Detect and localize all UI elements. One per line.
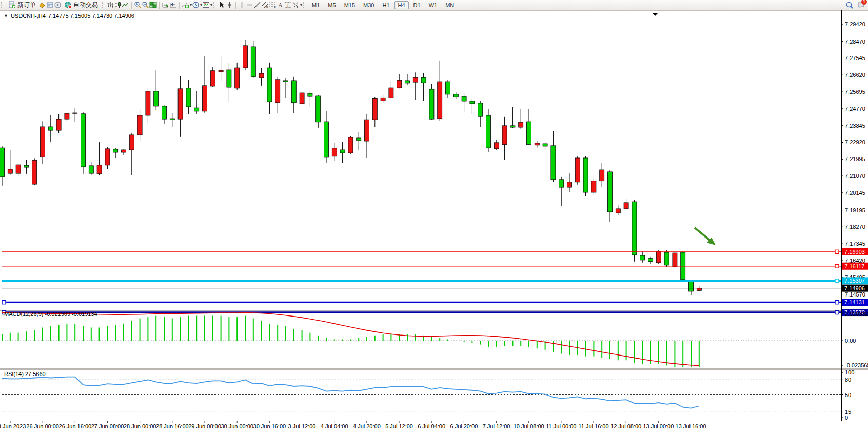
toolbar-separator: [131, 2, 132, 9]
svg-text:50: 50: [845, 392, 851, 398]
text-label-tool-icon[interactable]: T: [284, 1, 292, 9]
timeframe-toolbar: M1M5M15M30H1H4D1W1MN: [308, 2, 458, 9]
chart-shift-icon[interactable]: [169, 1, 177, 9]
chart-symbol-label: USDCNH-,H4: [11, 13, 46, 19]
svg-text:0.020332: 0.020332: [845, 311, 868, 317]
svg-text:T: T: [287, 3, 290, 8]
svg-text:7.21070: 7.21070: [845, 173, 865, 179]
timeframe-button-w1[interactable]: W1: [425, 1, 441, 9]
auto-trading-button[interactable]: 自动交易: [62, 0, 101, 10]
new-order-label: 新订单: [17, 1, 36, 9]
rsi-indicator-label: RSI(14) 27.5660: [4, 371, 46, 377]
vertical-line-tool-icon[interactable]: [238, 1, 246, 9]
horizontal-price-lines[interactable]: [2, 250, 841, 314]
periods-icon[interactable]: [192, 1, 200, 9]
cursor-icon[interactable]: [218, 1, 226, 9]
crosshair-icon[interactable]: [226, 1, 233, 9]
timeframe-button-m30[interactable]: M30: [360, 1, 378, 9]
rsi-pane[interactable]: 1008050150: [2, 369, 854, 421]
svg-text:4 Jul 04:00: 4 Jul 04:00: [321, 423, 348, 429]
zoom-out-icon[interactable]: [142, 1, 149, 9]
timeframe-button-h4[interactable]: H4: [394, 1, 409, 9]
timeframe-button-mn[interactable]: MN: [442, 1, 458, 9]
svg-text:28 Jun 16:00: 28 Jun 16:00: [156, 423, 189, 429]
bar-chart-type-icon[interactable]: [106, 1, 114, 9]
svg-text:7.16903: 7.16903: [844, 249, 865, 255]
svg-text:12 Jul 08:00: 12 Jul 08:00: [610, 423, 641, 429]
chart-canvas[interactable]: 7.294207.284707.275457.266207.256957.247…: [0, 0, 868, 434]
text-tool-icon[interactable]: A: [277, 1, 284, 9]
candlestick-type-icon[interactable]: [114, 1, 122, 9]
annotation-arrow[interactable]: [695, 228, 716, 245]
timeframe-button-m1[interactable]: M1: [308, 1, 323, 9]
search-icon[interactable]: [845, 1, 853, 9]
svg-text:7.14906: 7.14906: [844, 285, 865, 291]
svg-text:7.24770: 7.24770: [845, 106, 865, 112]
navigator-icon[interactable]: [54, 1, 62, 9]
auto-scroll-icon[interactable]: [162, 1, 169, 9]
toolbar-separator: [235, 2, 236, 9]
indicators-icon[interactable]: [182, 1, 189, 9]
macd-pane[interactable]: 0.0203320.00-0.023565: [2, 311, 868, 368]
svg-text:30 Jun 16:00: 30 Jun 16:00: [253, 423, 286, 429]
timeframe-button-m15[interactable]: M15: [341, 1, 359, 9]
timeframe-button-h1[interactable]: H1: [379, 1, 393, 9]
arrows-dropdown-caret[interactable]: ▾: [300, 3, 302, 7]
chart-ohlc-values: 7.14775 7.15005 7.14730 7.14906: [48, 13, 134, 19]
svg-text:-0.023565: -0.023565: [845, 362, 868, 368]
toolbar-grip[interactable]: [213, 2, 217, 8]
toolbar-separator: [179, 2, 180, 9]
svg-text:0.00: 0.00: [845, 338, 856, 344]
price-axis[interactable]: 7.294207.284707.275457.266207.256957.247…: [841, 21, 865, 298]
profile-icon[interactable]: [38, 1, 46, 9]
new-order-button[interactable]: 新订单: [6, 0, 38, 10]
horizontal-line-tool-icon[interactable]: [246, 1, 253, 9]
toolbar-grip[interactable]: [303, 2, 307, 8]
svg-text:4 Jul 20:00: 4 Jul 20:00: [353, 423, 381, 429]
symbol-dropdown-icon[interactable]: ▼: [4, 13, 8, 18]
timeframe-button-m5[interactable]: M5: [324, 1, 339, 9]
arrows-tool-icon[interactable]: [292, 1, 300, 9]
candles[interactable]: [0, 40, 701, 295]
chat-notifications-icon[interactable]: 1: [857, 1, 865, 9]
svg-text:7.17345: 7.17345: [845, 241, 865, 247]
svg-text:E: E: [266, 6, 268, 9]
svg-text:11 Jul 00:00: 11 Jul 00:00: [546, 423, 576, 429]
svg-text:27 Jun 08:00: 27 Jun 08:00: [91, 423, 124, 429]
toolbar-grip[interactable]: [102, 2, 105, 8]
svg-text:F: F: [274, 6, 276, 9]
svg-text:100: 100: [845, 369, 854, 376]
templates-icon[interactable]: [202, 1, 210, 9]
svg-text:6 Jul 20:00: 6 Jul 20:00: [450, 423, 478, 429]
auto-trading-label: 自动交易: [73, 1, 98, 9]
svg-text:28 Jun 00:00: 28 Jun 00:00: [124, 423, 156, 429]
zoom-in-icon[interactable]: [134, 1, 142, 9]
templates-dropdown-caret[interactable]: ▾: [210, 3, 212, 7]
toolbar-grip[interactable]: [1, 2, 5, 8]
fibonacci-tool-icon[interactable]: F: [269, 1, 277, 9]
svg-text:7.25695: 7.25695: [845, 89, 865, 95]
trendline-tool-icon[interactable]: [253, 1, 261, 9]
svg-text:13 Jul 16:00: 13 Jul 16:00: [676, 423, 706, 429]
timeframe-button-d1[interactable]: D1: [410, 1, 424, 9]
svg-text:7.16117: 7.16117: [845, 263, 865, 269]
svg-text:6 Jul 04:00: 6 Jul 04:00: [418, 423, 445, 429]
tile-windows-icon[interactable]: [149, 1, 157, 9]
svg-text:7.27545: 7.27545: [845, 55, 865, 61]
chart-frame[interactable]: [0, 10, 868, 421]
time-axis[interactable]: 23 Jun 202326 Jun 00:0026 Jun 16:0027 Ju…: [0, 421, 706, 429]
svg-text:7.15307: 7.15307: [844, 278, 865, 284]
svg-text:7.14570: 7.14570: [845, 291, 865, 298]
svg-text:26 Jun 00:00: 26 Jun 00:00: [26, 423, 59, 429]
line-chart-type-icon[interactable]: [122, 1, 129, 9]
svg-text:29 Jun 08:00: 29 Jun 08:00: [188, 423, 221, 429]
equidistant-channel-tool-icon[interactable]: E: [261, 1, 269, 9]
market-watch-icon[interactable]: [46, 1, 54, 9]
svg-text:7 Jul 12:00: 7 Jul 12:00: [483, 423, 510, 429]
svg-text:7.26620: 7.26620: [845, 72, 865, 78]
svg-text:A: A: [278, 2, 283, 9]
svg-text:23 Jun 2023: 23 Jun 2023: [0, 423, 26, 429]
svg-text:7.23845: 7.23845: [845, 123, 865, 129]
macd-indicator-label: MACD(12,26,9) -0.021569 -0.019134: [4, 311, 97, 317]
svg-text:7.19195: 7.19195: [845, 207, 865, 213]
